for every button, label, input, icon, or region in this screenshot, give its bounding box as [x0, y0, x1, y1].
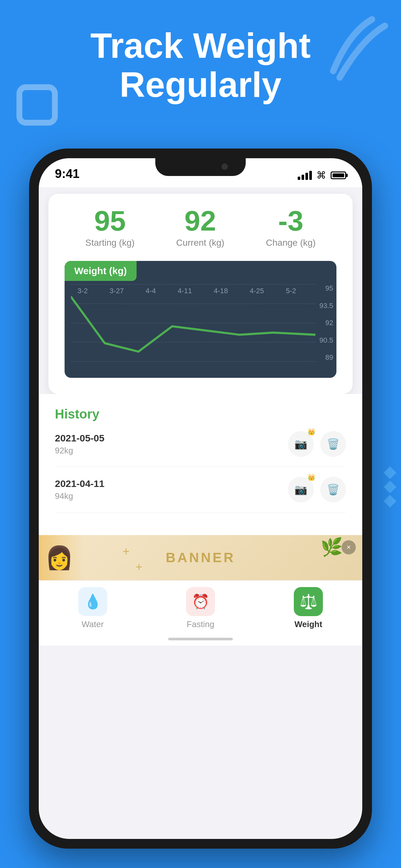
fasting-tab-label: Fasting — [187, 619, 214, 629]
phone-frame: 9:41 ⌘ 95 Starting (kg) — [29, 149, 372, 848]
delete-button-0[interactable]: 🗑️ — [320, 431, 346, 457]
notch — [155, 158, 246, 176]
stat-starting: 95 Starting (kg) — [85, 207, 135, 248]
battery-fill — [333, 174, 344, 177]
weight-tab-label: Weight — [295, 619, 322, 629]
banner-close-button[interactable]: × — [342, 540, 356, 554]
history-weight-0: 92kg — [55, 445, 104, 456]
y-label-2: 92 — [326, 319, 333, 327]
history-item: 2021-05-05 92kg 👑 📷 🗑️ — [55, 431, 346, 467]
y-label-0: 95 — [326, 284, 333, 292]
banner-text: BANNER — [166, 550, 235, 565]
weight-icon: ⚖️ — [300, 593, 317, 610]
starting-value: 95 — [85, 207, 135, 235]
signal-icon — [298, 171, 312, 180]
camera-button-1[interactable]: 👑 📷 — [288, 476, 314, 502]
current-label: Current (kg) — [176, 238, 224, 248]
history-item-info-1: 2021-04-11 94kg — [55, 478, 104, 501]
history-item: 2021-04-11 94kg 👑 📷 🗑️ — [55, 476, 346, 513]
starting-label: Starting (kg) — [85, 238, 135, 248]
stats-card: 95 Starting (kg) 92 Current (kg) -3 Chan… — [49, 194, 352, 394]
banner-plus-1: + — [123, 545, 129, 558]
weight-chart: Weight (kg) 95 93.5 — [65, 261, 336, 378]
status-bar: 9:41 ⌘ — [39, 158, 362, 187]
wifi-icon: ⌘ — [316, 169, 326, 181]
chart-header: Weight (kg) — [65, 261, 136, 281]
history-actions-1: 👑 📷 🗑️ — [288, 476, 346, 502]
speaker — [221, 163, 228, 170]
change-label: Change (kg) — [266, 238, 316, 248]
home-indicator — [39, 632, 362, 646]
phone-screen: 9:41 ⌘ 95 Starting (kg) — [39, 158, 362, 839]
crown-badge-0: 👑 — [307, 428, 315, 436]
banner-plus-2: + — [135, 560, 143, 574]
banner-girl: 👩 — [39, 535, 84, 580]
history-actions-0: 👑 📷 🗑️ — [288, 431, 346, 457]
chart-title: Weight (kg) — [74, 266, 127, 276]
tab-weight[interactable]: ⚖️ Weight — [254, 587, 362, 629]
hero-title: Track Weight Regularly — [0, 26, 401, 104]
stat-current: 92 Current (kg) — [176, 207, 224, 248]
stats-row: 95 Starting (kg) 92 Current (kg) -3 Chan… — [65, 207, 336, 248]
stat-change: -3 Change (kg) — [266, 207, 316, 248]
current-value: 92 — [176, 207, 224, 235]
tab-water[interactable]: 💧 Water — [39, 587, 147, 629]
home-bar — [168, 638, 233, 640]
status-icons: ⌘ — [298, 169, 346, 181]
banner: 👩 BANNER + + 🌿 × — [39, 535, 362, 580]
chart-svg — [71, 284, 315, 378]
y-label-3: 90.5 — [319, 336, 333, 345]
history-item-info-0: 2021-05-05 92kg — [55, 433, 104, 456]
change-value: -3 — [266, 207, 316, 235]
battery-icon — [331, 172, 346, 179]
water-icon: 💧 — [84, 593, 102, 610]
history-title: History — [55, 407, 346, 422]
chart-body: 95 93.5 92 90.5 89 3-2 3-27 — [65, 281, 336, 378]
history-date-1: 2021-04-11 — [55, 478, 104, 489]
close-icon: × — [347, 543, 351, 552]
banner-leaf: 🌿 — [320, 537, 343, 558]
y-label-4: 89 — [326, 353, 333, 362]
water-tab-label: Water — [82, 619, 104, 629]
crown-badge-1: 👑 — [307, 473, 315, 481]
history-weight-1: 94kg — [55, 491, 104, 501]
weight-tab-icon-wrapper: ⚖️ — [294, 587, 323, 616]
status-time: 9:41 — [55, 167, 80, 181]
history-section: History 2021-05-05 92kg 👑 📷 🗑️ — [39, 394, 362, 535]
tab-bar: 💧 Water ⏰ Fasting ⚖️ Weight — [39, 580, 362, 632]
fasting-tab-icon-wrapper: ⏰ — [186, 587, 215, 616]
history-date-0: 2021-05-05 — [55, 433, 104, 444]
camera-button-0[interactable]: 👑 📷 — [288, 431, 314, 457]
water-tab-icon-wrapper: 💧 — [78, 587, 107, 616]
y-axis-labels: 95 93.5 92 90.5 89 — [319, 284, 333, 362]
y-label-1: 93.5 — [319, 302, 333, 310]
bg-diamonds — [385, 468, 395, 506]
fasting-icon: ⏰ — [192, 593, 210, 610]
tab-fasting[interactable]: ⏰ Fasting — [147, 587, 254, 629]
delete-button-1[interactable]: 🗑️ — [320, 476, 346, 502]
